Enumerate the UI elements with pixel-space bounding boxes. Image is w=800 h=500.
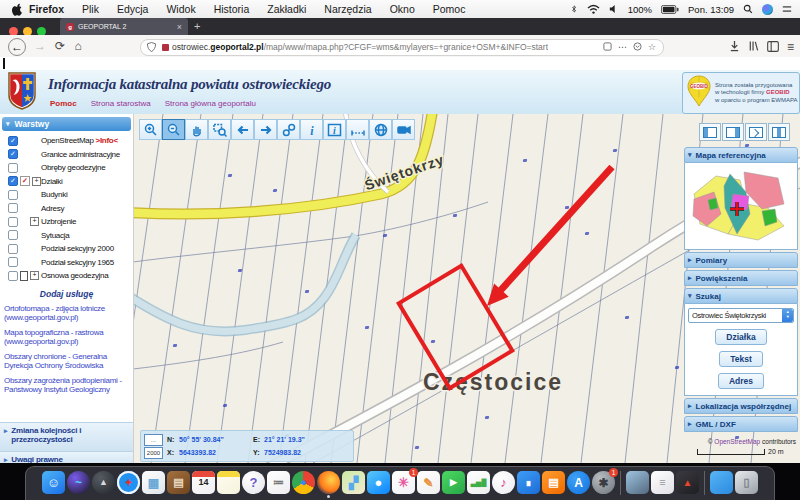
layer-checkbox-podzia-sekcyjny-2000[interactable] [8, 244, 18, 254]
service-link-mapa-topograficzna-r[interactable]: Mapa topograficzna - rastrowa(www.geopor… [4, 328, 129, 347]
dock-help[interactable]: ? [242, 471, 265, 494]
dock-firefox[interactable] [317, 471, 340, 494]
bookmark-star-icon[interactable]: ☆ [648, 42, 656, 52]
dock-facetime[interactable]: ▶ [442, 471, 465, 494]
tool-stream-button[interactable] [392, 119, 415, 140]
municipality-select[interactable]: Ostrowiec Świętokrzyski ▲▼ [688, 308, 794, 323]
dock-notes[interactable] [217, 471, 240, 494]
panel-gml-dxf[interactable]: GML / DXF [684, 416, 798, 432]
dock-itunes[interactable]: ♪ [492, 471, 515, 494]
dock-trash[interactable]: ▯ [735, 471, 758, 494]
panel-powiekszenia[interactable]: Powiększenia [684, 270, 798, 286]
tool-forward-view-button[interactable] [254, 119, 277, 140]
layer-checkbox-osnowa-geodezyjna[interactable] [8, 271, 18, 281]
tool-zoom-in-button[interactable] [139, 119, 162, 140]
siri-status-icon[interactable] [762, 4, 773, 15]
dock-safari[interactable]: ✦ [117, 471, 140, 494]
tool-info-button[interactable]: i [300, 119, 323, 140]
dock-messages[interactable]: ● [367, 471, 390, 494]
link-pomoc[interactable]: Pomoc [50, 99, 77, 108]
dock-documents-stack[interactable]: ≡ [651, 471, 674, 494]
menu-zakladki[interactable]: Zakładki [267, 3, 306, 15]
new-tab-button[interactable]: + [194, 20, 200, 32]
dock-keynote[interactable]: ∎ [517, 471, 540, 494]
dock-system-preferences[interactable]: ✱1 [592, 471, 615, 494]
layer-expand-icon[interactable]: + [30, 271, 39, 280]
apple-menu-icon[interactable] [12, 3, 23, 16]
forward-button[interactable]: → [32, 38, 48, 54]
menu-clock[interactable]: Pon. 13:09 [688, 4, 734, 15]
url-bar[interactable]: ostrowiec.geoportal2.pl/map/www/mapa.php… [140, 39, 664, 56]
dock-maps[interactable]: ▞ [342, 471, 365, 494]
tool-link-button[interactable] [277, 119, 300, 140]
pocket-icon[interactable] [633, 42, 642, 53]
hamburger-menu-icon[interactable]: ≡ [787, 40, 794, 54]
tool-zoom-out-button[interactable] [162, 119, 185, 140]
menu-historia[interactable]: Historia [214, 3, 250, 15]
service-link-obszary-zagro-enia-p[interactable]: Obszary zagrożenia podtopieniami -Państw… [4, 376, 129, 395]
service-link-obszary-chronione-ge[interactable]: Obszary chronione - GeneralnaDyrekcja Oc… [4, 352, 129, 371]
tab-close-icon[interactable]: × [177, 22, 182, 32]
layout-right-panel-button[interactable] [722, 123, 744, 141]
menu-plik[interactable]: Plik [82, 3, 99, 15]
layer-checkbox-obr-by-geodezyjne[interactable] [8, 163, 18, 173]
credit-brand-link[interactable]: GEOBID [766, 89, 790, 95]
volume-icon[interactable] [609, 4, 619, 14]
sidebar-toggle-icon[interactable] [767, 38, 779, 56]
layer-checkbox-podzia-sekcyjny-1965[interactable] [8, 257, 18, 267]
dock-photos[interactable]: ✳1 [392, 471, 415, 494]
spotlight-icon[interactable] [743, 4, 753, 14]
browser-tab[interactable]: g GEOPORTAL 2 × [60, 18, 188, 35]
panel-zmiana-kolejnosci[interactable]: Zmiana kolejności i przezroczystości [0, 422, 133, 451]
library-icon[interactable] [748, 38, 759, 56]
menu-widok[interactable]: Widok [166, 3, 195, 15]
dock-screenshot-file[interactable] [626, 471, 649, 494]
panel-mapa-referencyjna[interactable]: Mapa referencyjna [684, 147, 798, 163]
dock-acrobat[interactable]: ▲ [676, 471, 699, 494]
panel-lokalizacja-wspolrzednej[interactable]: Lokalizacja współrzędnej [684, 398, 798, 414]
search-adres-button[interactable]: Adres [718, 373, 764, 389]
search-tekst-button[interactable]: Tekst [719, 351, 763, 367]
shield-icon[interactable] [147, 42, 156, 52]
link-strona-glowna[interactable]: Strona główna geoportalu [165, 99, 256, 108]
dock-launchpad[interactable]: ▲ [92, 471, 115, 494]
bluetooth-icon[interactable] [570, 3, 578, 15]
page-action-icon[interactable] [603, 42, 612, 53]
menu-edycja[interactable]: Edycja [117, 3, 149, 15]
layer-checkbox-budynki[interactable] [8, 190, 18, 200]
tool-measure-button[interactable] [346, 119, 369, 140]
layout-left-panel-button[interactable] [699, 123, 721, 141]
tool-back-view-button[interactable] [231, 119, 254, 140]
home-button[interactable]: ⌂ [70, 38, 86, 54]
tool-zoom-window-button[interactable] [208, 119, 231, 140]
layer-checkbox-granice-administracyjne[interactable]: ✓ [8, 149, 18, 159]
menu-app-name[interactable]: Firefox [29, 3, 64, 15]
add-service-link[interactable]: Dodaj usługę [0, 289, 133, 299]
tool-globe-button[interactable] [369, 119, 392, 140]
dock-app-store[interactable]: A [567, 471, 590, 494]
layer-info-link[interactable]: >Info< [96, 136, 118, 145]
wifi-icon[interactable] [587, 4, 600, 14]
menu-pomoc[interactable]: Pomoc [433, 3, 466, 15]
layer-checkbox-openstreetmap[interactable]: ✓ [8, 136, 18, 146]
dock-numbers[interactable]: ▃▅█ [467, 471, 490, 494]
panel-pomiary[interactable]: Pomiary [684, 252, 798, 268]
menu-narzedzia[interactable]: Narzędzia [324, 3, 371, 15]
coord-format-button[interactable]: ... [144, 434, 163, 446]
dock-pages[interactable]: ✎ [417, 471, 440, 494]
reload-button[interactable]: ⟳ [52, 38, 68, 54]
layer-checkbox-sytuacja[interactable] [8, 230, 18, 240]
layout-expand-button[interactable] [745, 123, 767, 141]
service-link-ortofotomapa-zdj-cia[interactable]: Ortofotomapa - zdjęcia lotnicze(www.geop… [4, 304, 129, 323]
layer-style-checkbox[interactable]: ✓ [20, 176, 30, 186]
battery-icon[interactable] [661, 5, 679, 14]
link-strona-starostwa[interactable]: Strona starostwa [91, 99, 151, 108]
dock-books[interactable]: ▤ [542, 471, 565, 494]
page-actions-dots-icon[interactable]: ⋯ [618, 42, 627, 52]
menu-okno[interactable]: Okno [390, 3, 415, 15]
dock-contacts[interactable]: ▤ [167, 471, 190, 494]
tool-pan-hand-button[interactable] [185, 119, 208, 140]
panel-uwagi-prawne[interactable]: Uwagi prawne [0, 451, 133, 463]
back-button[interactable]: ← [8, 38, 26, 56]
search-dzialka-button[interactable]: Działka [715, 329, 766, 345]
